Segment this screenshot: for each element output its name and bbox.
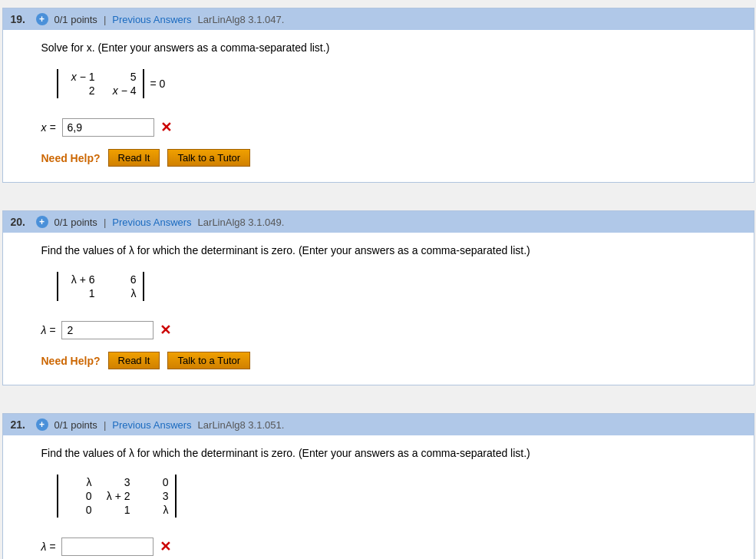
book-ref-21: LarLinAlg8 3.1.051. bbox=[198, 419, 285, 431]
answer-row-20: λ = ✕ bbox=[41, 321, 731, 339]
read-it-button-19[interactable]: Read It bbox=[108, 149, 160, 167]
cell-20-1-0: 1 bbox=[64, 287, 95, 299]
need-help-row-19: Need Help? Read It Talk to a Tutor bbox=[41, 149, 731, 167]
matrix-row-21-2: 0 1 λ bbox=[64, 504, 169, 516]
book-ref-20: LarLinAlg8 3.1.049. bbox=[198, 217, 285, 228]
problem-20-matrix: λ + 6 6 1 λ bbox=[57, 272, 144, 301]
cell-21-2-1: 1 bbox=[103, 504, 130, 516]
problem-19-points: 0/1 points bbox=[54, 14, 97, 25]
cell-21-1-1: λ + 2 bbox=[103, 490, 130, 502]
cell-19-0-1: 5 bbox=[106, 71, 137, 83]
cell-21-0-1: 3 bbox=[103, 476, 130, 488]
prev-answers-19[interactable]: Previous Answers bbox=[112, 14, 191, 25]
need-help-label-20: Need Help? bbox=[41, 355, 101, 367]
cell-21-1-2: 3 bbox=[141, 490, 169, 502]
cell-19-0-0: x − 1 bbox=[64, 71, 95, 83]
problem-19: 19. + 0/1 points | Previous Answers LarL… bbox=[2, 8, 754, 183]
answer-input-21[interactable] bbox=[61, 538, 154, 556]
wrong-icon-19[interactable]: ✕ bbox=[160, 119, 172, 136]
answer-label-21: λ = bbox=[41, 541, 56, 553]
need-help-label-19: Need Help? bbox=[41, 152, 101, 164]
matrix-bracket-20: λ + 6 6 1 λ bbox=[57, 272, 144, 301]
answer-input-19[interactable] bbox=[62, 118, 154, 137]
matrix-row-20-1: 1 λ bbox=[64, 287, 137, 299]
problem-21-header: 21. + 0/1 points | Previous Answers LarL… bbox=[3, 414, 754, 435]
separator-21: | bbox=[104, 419, 106, 431]
cell-21-0-2: 0 bbox=[141, 476, 169, 488]
book-ref-19: LarLinAlg8 3.1.047. bbox=[198, 14, 285, 25]
expand-icon-19[interactable]: + bbox=[36, 13, 48, 25]
problem-20: 20. + 0/1 points | Previous Answers LarL… bbox=[2, 210, 754, 385]
problem-21-matrix: λ 3 0 0 λ + 2 3 0 1 λ bbox=[57, 475, 177, 518]
problem-20-header: 20. + 0/1 points | Previous Answers LarL… bbox=[3, 211, 754, 233]
separator-19: | bbox=[104, 14, 106, 25]
cell-19-1-1: x − 4 bbox=[106, 84, 137, 97]
matrix-bracket-21: λ 3 0 0 λ + 2 3 0 1 λ bbox=[57, 475, 177, 518]
problem-19-number: 19. bbox=[11, 13, 30, 25]
cell-21-1-0: 0 bbox=[64, 490, 92, 502]
problem-19-header: 19. + 0/1 points | Previous Answers LarL… bbox=[3, 8, 754, 30]
expand-icon-21[interactable]: + bbox=[36, 418, 48, 431]
matrix-row-19-1: 2 x − 4 bbox=[64, 84, 137, 97]
cell-20-1-1: λ bbox=[106, 287, 137, 299]
equals-zero-19: = 0 bbox=[150, 78, 166, 90]
answer-row-21: λ = ✕ bbox=[41, 538, 731, 556]
need-help-row-20: Need Help? Read It Talk to a Tutor bbox=[41, 352, 731, 369]
cell-21-2-0: 0 bbox=[64, 504, 92, 516]
cell-21-2-2: λ bbox=[141, 504, 169, 516]
cell-20-0-1: 6 bbox=[106, 273, 137, 286]
problem-21-instruction: Find the values of λ for which the deter… bbox=[41, 447, 731, 459]
matrix-row-21-0: λ 3 0 bbox=[64, 476, 169, 488]
wrong-icon-21[interactable]: ✕ bbox=[160, 538, 171, 555]
cell-19-1-0: 2 bbox=[64, 84, 95, 97]
expand-icon-20[interactable]: + bbox=[36, 216, 48, 228]
matrix-row-21-1: 0 λ + 2 3 bbox=[64, 490, 169, 502]
problem-20-points: 0/1 points bbox=[54, 217, 97, 228]
talk-tutor-button-20[interactable]: Talk to a Tutor bbox=[167, 352, 250, 369]
problem-19-matrix: x − 1 5 2 x − 4 = 0 bbox=[57, 69, 166, 98]
problem-21-body: Find the values of λ for which the deter… bbox=[3, 435, 754, 559]
answer-input-20[interactable] bbox=[61, 321, 154, 339]
problem-21-number: 21. bbox=[11, 418, 30, 431]
problem-19-instruction: Solve for x. (Enter your answers as a co… bbox=[41, 41, 731, 54]
wrong-icon-20[interactable]: ✕ bbox=[160, 322, 171, 339]
answer-row-19: x = ✕ bbox=[41, 118, 731, 137]
problem-21: 21. + 0/1 points | Previous Answers LarL… bbox=[2, 413, 754, 559]
talk-tutor-button-19[interactable]: Talk to a Tutor bbox=[167, 149, 250, 167]
problem-19-body: Solve for x. (Enter your answers as a co… bbox=[3, 30, 754, 182]
problem-20-body: Find the values of λ for which the deter… bbox=[3, 233, 754, 385]
read-it-button-20[interactable]: Read It bbox=[108, 352, 160, 369]
problem-21-points: 0/1 points bbox=[54, 419, 97, 431]
matrix-row-19-0: x − 1 5 bbox=[64, 71, 137, 83]
answer-label-19: x = bbox=[41, 121, 56, 134]
prev-answers-20[interactable]: Previous Answers bbox=[112, 217, 191, 228]
matrix-bracket-19: x − 1 5 2 x − 4 bbox=[57, 69, 144, 98]
problem-20-instruction: Find the values of λ for which the deter… bbox=[41, 244, 731, 256]
separator-20: | bbox=[104, 217, 106, 228]
prev-answers-21[interactable]: Previous Answers bbox=[112, 419, 191, 431]
cell-21-0-0: λ bbox=[64, 476, 92, 488]
matrix-row-20-0: λ + 6 6 bbox=[64, 273, 137, 286]
cell-20-0-0: λ + 6 bbox=[64, 273, 95, 286]
problem-20-number: 20. bbox=[11, 216, 30, 228]
answer-label-20: λ = bbox=[41, 324, 56, 336]
